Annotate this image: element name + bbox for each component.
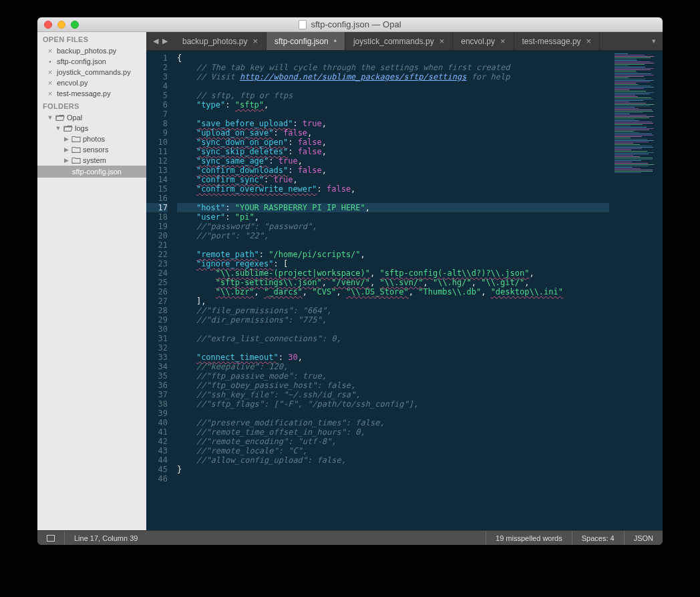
open-file-name: backup_photos.py [57, 47, 116, 55]
folders-header: FOLDERS [37, 99, 146, 112]
tab-encvol[interactable]: encvol.py × [453, 32, 514, 50]
status-cursor-pos[interactable]: Line 17, Column 39 [64, 531, 147, 545]
close-icon[interactable]: × [500, 36, 506, 46]
folder-label: logs [75, 124, 88, 132]
open-file-item[interactable]: × encvol.py [37, 77, 146, 88]
dirty-dot-icon: • [334, 37, 337, 46]
chevron-right-icon[interactable]: ▶ [63, 146, 69, 153]
folder-icon [71, 156, 81, 164]
dirty-dot-icon: • [47, 58, 53, 65]
tab-label: backup_photos.py [182, 37, 247, 46]
folder-label: photos [83, 135, 105, 143]
tab-sftp-config[interactable]: sftp-config.json • [267, 32, 345, 50]
close-icon[interactable]: × [440, 36, 445, 46]
open-file-item[interactable]: × backup_photos.py [37, 45, 146, 56]
close-window[interactable] [44, 21, 52, 29]
nav-back-icon[interactable]: ◀ [153, 37, 158, 45]
window-controls [37, 21, 79, 29]
close-icon[interactable]: × [47, 79, 53, 87]
folder-icon [71, 135, 81, 143]
minimap[interactable] [609, 51, 663, 530]
editor-window: sftp-config.json — Opal OPEN FILES × bac… [37, 17, 663, 545]
open-files-header: OPEN FILES [37, 32, 146, 45]
zoom-window[interactable] [71, 21, 79, 29]
sidebar-file-name: sftp-config.json [72, 168, 122, 176]
tab-overflow[interactable]: ▾ [600, 32, 663, 50]
editor-body: 1234567891011121314151617181920212223242… [146, 51, 663, 530]
status-bar: Line 17, Column 39 19 misspelled words S… [37, 530, 663, 545]
folder-label: system [83, 156, 106, 164]
code-content[interactable]: { // The tab key will cycle through the … [173, 51, 609, 530]
titlebar[interactable]: sftp-config.json — Opal [37, 17, 663, 32]
open-file-name: encvol.py [57, 79, 88, 87]
folder-label: sensors [83, 146, 109, 154]
folder-label: Opal [67, 114, 82, 122]
tab-test-message[interactable]: test-message.py × [514, 32, 600, 50]
tab-backup-photos[interactable]: backup_photos.py × [174, 32, 267, 50]
open-file-name: joystick_commands.py [57, 68, 131, 76]
close-icon[interactable]: × [252, 36, 258, 46]
tab-history-nav: ◀ ▶ [146, 32, 174, 50]
chevron-right-icon[interactable]: ▶ [63, 136, 69, 142]
chevron-down-icon: ▾ [652, 37, 656, 45]
editor-area: ◀ ▶ backup_photos.py × sftp-config.json … [146, 32, 663, 530]
file-icon [299, 20, 307, 29]
tab-joystick-commands[interactable]: joystick_commands.py × [345, 32, 453, 50]
status-spell[interactable]: 19 misspelled words [486, 531, 572, 545]
open-file-item[interactable]: × test-message.py [37, 88, 146, 99]
tab-label: sftp-config.json [275, 37, 329, 46]
panel-toggle-icon [47, 535, 55, 542]
open-file-name: test-message.py [57, 89, 111, 97]
minimize-window[interactable] [57, 21, 65, 29]
tab-label: encvol.py [461, 37, 495, 46]
close-icon[interactable]: × [586, 36, 592, 46]
close-icon[interactable]: × [47, 68, 53, 76]
open-file-name: sftp-config.json [57, 57, 106, 65]
folder-sensors[interactable]: ▶ sensors [37, 144, 146, 155]
folder-photos[interactable]: ▶ photos [37, 134, 146, 144]
chevron-down-icon[interactable]: ▼ [47, 114, 53, 121]
sidebar: OPEN FILES × backup_photos.py • sftp-con… [37, 32, 146, 530]
open-file-item[interactable]: × joystick_commands.py [37, 67, 146, 77]
tab-label: joystick_commands.py [353, 37, 434, 46]
open-file-item[interactable]: • sftp-config.json [37, 56, 146, 67]
folder-icon [71, 146, 81, 154]
window-title-text: sftp-config.json — Opal [311, 19, 401, 29]
close-icon[interactable]: × [47, 47, 53, 55]
sidebar-file-selected[interactable]: sftp-config.json [37, 166, 146, 178]
folder-open-icon [63, 124, 73, 132]
status-indent[interactable]: Spaces: 4 [572, 531, 624, 545]
tab-bar: ◀ ▶ backup_photos.py × sftp-config.json … [146, 32, 663, 51]
folder-open-icon [55, 114, 65, 122]
folder-system[interactable]: ▶ system [37, 155, 146, 166]
chevron-down-icon[interactable]: ▼ [55, 125, 61, 132]
folder-root[interactable]: ▼ Opal [37, 112, 146, 123]
status-left-icon[interactable] [37, 531, 64, 545]
status-syntax[interactable]: JSON [624, 531, 663, 545]
close-icon[interactable]: × [47, 89, 53, 97]
folder-logs[interactable]: ▼ logs [37, 123, 146, 134]
chevron-right-icon[interactable]: ▶ [63, 157, 69, 164]
nav-forward-icon[interactable]: ▶ [162, 37, 168, 45]
window-title: sftp-config.json — Opal [37, 19, 663, 29]
line-number-gutter[interactable]: 1234567891011121314151617181920212223242… [146, 51, 173, 530]
tab-label: test-message.py [522, 37, 581, 46]
